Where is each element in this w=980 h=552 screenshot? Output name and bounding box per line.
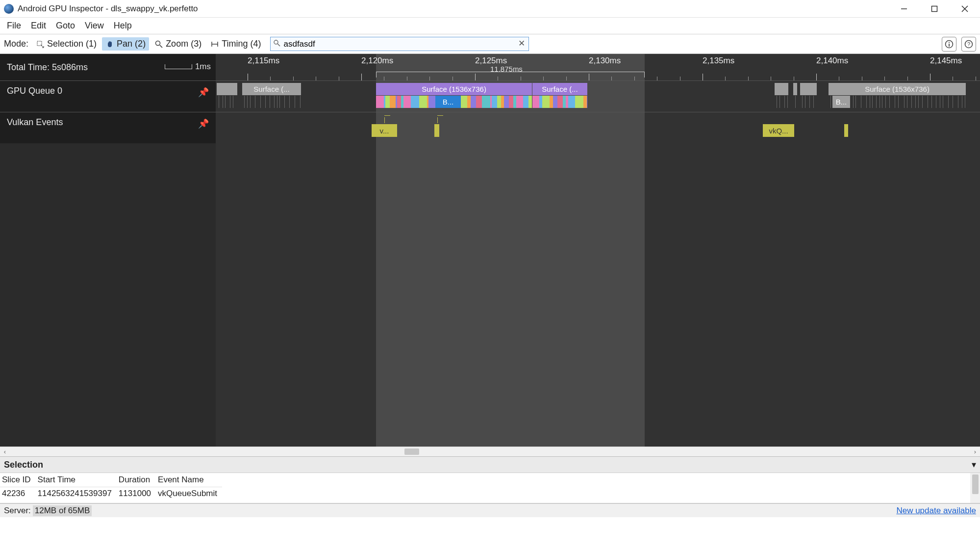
vulkan-event[interactable]: vkQ... (763, 124, 794, 137)
search-input[interactable] (270, 37, 529, 51)
svg-point-13 (949, 42, 950, 43)
flow-arrow-icon (437, 115, 443, 123)
maximize-button[interactable] (919, 0, 950, 17)
menubar: File Edit Goto View Help (0, 18, 980, 34)
titlebar: Android GPU Inspector - dls_swappy_vk.pe… (0, 0, 980, 18)
svg-line-6 (160, 45, 162, 48)
hscroll-track[interactable] (10, 447, 970, 456)
surface-block[interactable] (800, 83, 817, 95)
vulkan-event[interactable] (844, 124, 848, 137)
selection-table[interactable]: Slice ID Start Time Duration Event Name … (0, 473, 222, 503)
mode-zoom-label: Zoom (3) (166, 39, 201, 49)
svg-rect-14 (949, 44, 950, 47)
status-update-link[interactable]: New update available (896, 506, 976, 516)
track-body-gpu-queue-0[interactable]: Surface (...Surface (1536x736)Surface (1… (216, 81, 980, 112)
sub-block[interactable]: B... (832, 96, 850, 108)
ruler-body[interactable]: 11.875ms 2,115ms2,120ms2,125ms2,130ms2,1… (216, 54, 980, 80)
hscroll-thumb[interactable] (404, 448, 419, 455)
track-body-vulkan-events[interactable]: v...vkQ... (216, 112, 980, 143)
status-server-label: Server: (4, 506, 31, 516)
toolbar: Mode: Selection (1) Pan (2) Zoom (3) Tim… (0, 34, 980, 54)
table-row[interactable]: 4223611425632415393971131000vkQueueSubmi… (0, 487, 222, 500)
search-wrap: ✕ (270, 37, 529, 51)
minimize-button[interactable] (889, 0, 919, 17)
flow-arrow-icon (384, 115, 390, 123)
menu-file[interactable]: File (2, 19, 26, 33)
selection-table-wrap: Slice ID Start Time Duration Event Name … (0, 473, 980, 503)
scale-label: 1ms (195, 62, 211, 72)
mode-selection[interactable]: Selection (1) (32, 37, 100, 51)
mode-timing[interactable]: Timing (4) (207, 37, 264, 51)
selection-vscroll[interactable] (970, 473, 980, 503)
clear-icon[interactable]: ✕ (517, 39, 526, 48)
total-time: Total Time: 5s086ms (7, 62, 88, 73)
scale-indicator: 1ms (165, 62, 211, 72)
timeline-empty[interactable] (0, 143, 980, 447)
timing-icon (210, 40, 219, 49)
surface-block[interactable] (775, 83, 788, 95)
surface-block-selected[interactable]: Surface (1536x736) (376, 83, 532, 95)
window-title: Android GPU Inspector - dls_swappy_vk.pe… (18, 4, 889, 14)
selection-header: Selection ▾ (0, 456, 980, 473)
mode-pan[interactable]: Pan (2) (102, 37, 149, 51)
tick-label: 2,120ms (361, 56, 393, 66)
app-icon (4, 4, 14, 14)
info-button[interactable] (942, 37, 956, 52)
table-row[interactable]: 423011142563244399397122000vkQueueSubmit (0, 500, 222, 503)
menu-goto[interactable]: Goto (51, 19, 80, 33)
surface-block-selected[interactable]: Surface (... (532, 83, 587, 95)
col-duration[interactable]: Duration (117, 473, 156, 487)
menu-view[interactable]: View (80, 19, 109, 33)
col-slice-id[interactable]: Slice ID (0, 473, 36, 487)
svg-line-11 (277, 44, 280, 46)
timeline[interactable]: Total Time: 5s086ms 1ms 11.875ms 2,115ms… (0, 54, 980, 447)
mode-pan-label: Pan (2) (117, 39, 146, 49)
track-header-gpu-queue-0[interactable]: GPU Queue 0 📌 (0, 81, 216, 112)
timeline-empty-body[interactable] (216, 143, 980, 447)
collapse-icon[interactable]: ▾ (972, 459, 976, 470)
pan-icon (105, 40, 114, 49)
pin-icon[interactable]: 📌 (198, 87, 209, 98)
ruler-sidebar: Total Time: 5s086ms 1ms (0, 54, 216, 80)
close-button[interactable] (950, 0, 980, 17)
selection-icon (36, 40, 45, 49)
search-icon (273, 39, 281, 47)
selection-title: Selection (4, 460, 972, 470)
hscroll-left[interactable]: ‹ (0, 448, 10, 455)
track-name: GPU Queue 0 (7, 86, 62, 96)
selection-span-label: 11.875ms (490, 65, 523, 73)
svg-point-10 (274, 40, 278, 44)
help-button[interactable]: ? (961, 37, 976, 52)
vulkan-event[interactable] (434, 124, 439, 137)
selection-vscroll-thumb[interactable] (972, 474, 979, 494)
svg-rect-1 (932, 6, 937, 11)
surface-block[interactable] (793, 83, 797, 95)
tick-label: 2,130ms (589, 56, 621, 66)
tick-label: 2,140ms (816, 56, 848, 66)
pin-icon[interactable]: 📌 (198, 118, 209, 129)
surface-block[interactable]: Surface (... (242, 83, 301, 95)
mode-selection-label: Selection (1) (47, 39, 97, 49)
col-event-name[interactable]: Event Name (156, 473, 222, 487)
tick-label: 2,125ms (475, 56, 507, 66)
hscrollbar[interactable]: ‹ › (0, 447, 980, 456)
surface-block[interactable]: Surface (1536x736) (829, 83, 966, 95)
menu-help[interactable]: Help (109, 19, 137, 33)
sub-block[interactable]: B... (435, 96, 461, 108)
surface-block[interactable] (217, 83, 237, 95)
vulkan-event[interactable]: v... (372, 124, 397, 137)
ruler: Total Time: 5s086ms 1ms 11.875ms 2,115ms… (0, 54, 980, 80)
col-start-time[interactable]: Start Time (36, 473, 117, 487)
mode-zoom[interactable]: Zoom (3) (151, 37, 205, 51)
menu-edit[interactable]: Edit (26, 19, 51, 33)
hscroll-right[interactable]: › (970, 448, 980, 455)
zoom-icon (154, 40, 163, 49)
statusbar: Server: 12MB of 65MB New update availabl… (0, 503, 980, 517)
svg-point-5 (156, 41, 160, 45)
tick-label: 2,115ms (248, 56, 279, 66)
track-name: Vulkan Events (7, 117, 63, 128)
mode-label: Mode: (4, 39, 28, 49)
timeline-empty-sidebar (0, 143, 216, 447)
tick-label: 2,145ms (930, 56, 962, 66)
track-header-vulkan-events[interactable]: Vulkan Events 📌 (0, 112, 216, 143)
